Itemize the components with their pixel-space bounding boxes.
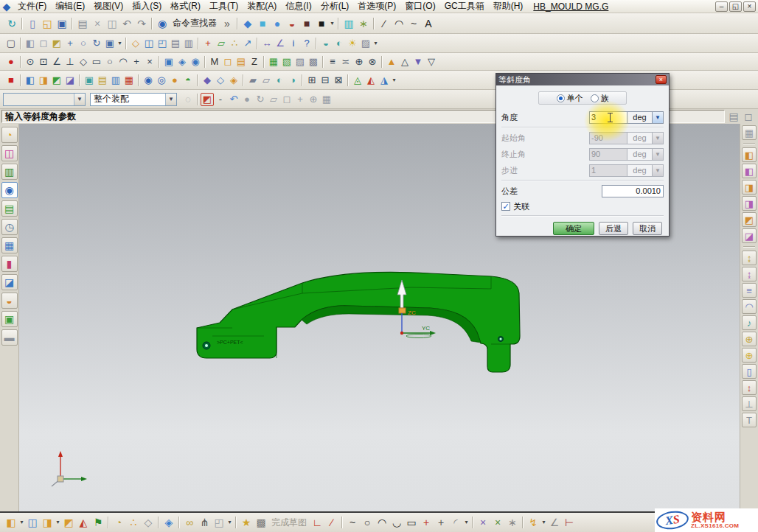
snap-point-icon[interactable]: ⊙ (24, 55, 37, 69)
menu-assemblies[interactable]: 装配(A) (243, 0, 281, 13)
mult-circle-icon[interactable]: ⊗ (366, 55, 379, 69)
history-page-tab[interactable]: ▤ (1, 200, 18, 217)
bar-icon[interactable]: ▰ (246, 74, 260, 87)
menu-file[interactable]: 文件(F) (13, 0, 51, 13)
dropdown-icon[interactable]: ▾ (329, 16, 335, 31)
restore-button[interactable]: ◱ (729, 1, 742, 12)
tri-down-icon[interactable]: ▼ (411, 55, 425, 69)
arc-down-icon[interactable]: ◡ (389, 515, 404, 530)
section-icon[interactable]: ▣ (83, 74, 96, 87)
dimension-icon[interactable]: ⊢ (562, 515, 577, 530)
cross-gray-icon[interactable]: + (293, 93, 307, 106)
menu-preferences[interactable]: 首选项(P) (353, 0, 400, 13)
material-icon[interactable]: ◒ (319, 37, 333, 50)
constraint-navigator-tab[interactable]: ◫ (1, 145, 18, 161)
pan-icon[interactable]: + (63, 37, 77, 50)
history-tab[interactable]: ◷ (1, 219, 18, 235)
add-circle-icon[interactable]: ⊕ (352, 55, 366, 69)
zoom-icon[interactable]: ○ (77, 37, 90, 50)
tri-dot-icon[interactable]: ◬ (351, 74, 364, 87)
m-tool-icon[interactable]: M (208, 55, 221, 69)
cut-icon[interactable]: × (90, 16, 105, 31)
top-view-icon[interactable]: ◰ (156, 37, 169, 50)
new-icon[interactable]: ▯ (25, 16, 40, 31)
tolerance-input[interactable]: 0.0010 (602, 185, 664, 197)
measure-distance-icon[interactable]: ↔ (260, 37, 274, 50)
z-tool-icon[interactable]: Z (248, 55, 261, 69)
arc-icon[interactable]: ◠ (392, 16, 406, 31)
analysis-slope-icon[interactable]: ◨ (37, 74, 50, 87)
note-icon[interactable]: ♪ (742, 315, 757, 330)
library-tab[interactable]: ▥ (1, 164, 18, 180)
snap-circle-icon[interactable]: ○ (103, 55, 117, 69)
dropdown-icon[interactable]: ▾ (540, 515, 547, 530)
image-tab[interactable]: ▣ (1, 311, 18, 327)
radio-dot-selected[interactable] (557, 94, 565, 102)
assembly-navigator-tab[interactable]: ◔ (1, 127, 18, 143)
snap-mid-icon[interactable]: ◇ (77, 55, 90, 69)
highlight-analysis-icon[interactable]: ● (168, 74, 181, 87)
tool-post-icon[interactable]: T (742, 413, 757, 427)
table-icon[interactable]: ▤ (234, 55, 248, 69)
record-icon[interactable]: ● (4, 55, 18, 69)
plane-gray-icon[interactable]: ▱ (267, 93, 280, 106)
split-icon[interactable]: ∗ (505, 515, 520, 530)
wireframe-icon[interactable]: ◻ (37, 37, 50, 50)
copy-icon[interactable]: ◫ (105, 16, 119, 31)
wcs-icon[interactable]: + (201, 37, 215, 50)
gem-outline-icon[interactable]: ◇ (214, 74, 227, 87)
menu-view[interactable]: 视图(V) (89, 0, 128, 13)
dropdown-icon[interactable]: ▾ (372, 37, 379, 50)
curve-icon[interactable]: ~ (345, 515, 360, 530)
mold-list-icon[interactable]: ◨ (742, 196, 757, 211)
sphere-gray-icon[interactable]: ● (240, 93, 254, 106)
pattern-icon[interactable]: ▩ (307, 55, 320, 69)
checker-icon[interactable]: ▩ (254, 515, 268, 530)
radio-dot[interactable] (591, 94, 599, 102)
contour-icon[interactable]: ◓ (181, 74, 195, 87)
selection-filter-icon[interactable]: ◩ (201, 93, 214, 106)
pin-component-icon[interactable]: ▯ (742, 364, 757, 379)
ghost-cube-icon[interactable]: ◇ (141, 515, 156, 530)
sheet-icon[interactable]: ◻ (221, 55, 234, 69)
box-gray-icon[interactable]: ◻ (280, 93, 293, 106)
command-finder-label[interactable]: 命令查找器 (170, 17, 220, 29)
handle-body[interactable] (197, 272, 520, 372)
app-icon[interactable]: ◆ (0, 0, 14, 14)
redo-icon[interactable]: ↷ (134, 16, 149, 31)
spring-icon[interactable]: ≡ (742, 283, 757, 298)
isolate-icon[interactable]: ◰ (212, 515, 226, 530)
help-icon[interactable]: ? (300, 37, 313, 50)
cue-window-icon[interactable]: ◻ (741, 109, 756, 124)
front-view-icon[interactable]: ◫ (142, 37, 156, 50)
compare-icon[interactable]: ≍ (339, 55, 352, 69)
type-filter-dropdown[interactable]: ▼ (3, 93, 86, 106)
dropdown-icon[interactable]: ▾ (463, 515, 470, 530)
target-icon[interactable]: ◉ (189, 55, 202, 69)
analysis-face-icon[interactable]: ◧ (24, 74, 37, 87)
sync-icon[interactable]: ↻ (4, 16, 19, 31)
half-left-icon[interactable]: ◐ (273, 74, 286, 87)
snap-arc-icon[interactable]: ◠ (117, 55, 130, 69)
menu-information[interactable]: 信息(I) (281, 0, 316, 13)
snap-perp-icon[interactable]: ⊥ (63, 55, 77, 69)
close-icon[interactable]: × (656, 75, 667, 84)
point-tool-icon[interactable]: ∴ (228, 37, 241, 50)
angle-unit-dropdown-icon[interactable]: ▼ (653, 111, 664, 124)
mold-update-icon[interactable]: ◧ (742, 147, 757, 162)
fillet-icon[interactable]: ◜ (448, 515, 463, 530)
draft-check-icon[interactable]: ▥ (109, 74, 122, 87)
menu-format[interactable]: 格式(R) (166, 0, 205, 13)
mesh-gray-icon[interactable]: ▦ (320, 93, 333, 106)
layer-visible-icon[interactable]: ▥ (182, 37, 195, 50)
snap-plus-icon[interactable]: + (130, 55, 143, 69)
shaded-icon[interactable]: ◧ (24, 37, 37, 50)
measure-icon[interactable]: ◔ (111, 515, 126, 530)
text-tool-icon[interactable]: A (421, 16, 436, 31)
mesh1-icon[interactable]: ▦ (267, 55, 280, 69)
menu-help[interactable]: 帮助(H) (489, 0, 528, 13)
dialog-title-bar[interactable]: 等斜度角 × (496, 74, 669, 85)
extend-icon[interactable]: × (490, 515, 505, 530)
dropdown-icon[interactable]: ▾ (391, 74, 397, 87)
tri-up-icon[interactable]: ▲ (385, 55, 398, 69)
